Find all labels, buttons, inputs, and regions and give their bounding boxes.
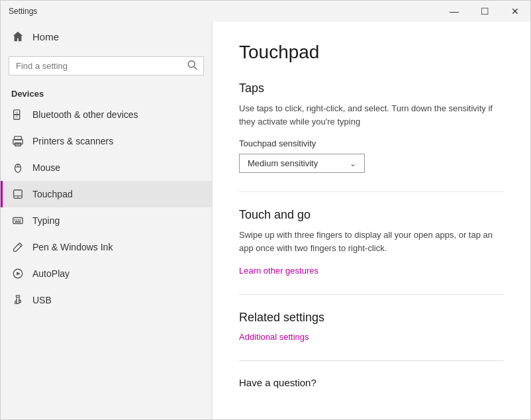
taps-description: Use taps to click, right-click, and sele… xyxy=(239,102,504,128)
autoplay-icon xyxy=(11,267,24,280)
svg-rect-5 xyxy=(15,115,18,118)
sidebar-item-autoplay[interactable]: AutoPlay xyxy=(1,260,212,287)
usb-icon xyxy=(11,293,24,307)
home-icon xyxy=(11,30,24,43)
sidebar-item-mouse[interactable]: Mouse xyxy=(1,154,212,181)
close-button[interactable]: ✕ xyxy=(500,1,530,22)
home-label: Home xyxy=(32,31,59,42)
sidebar-item-touchpad[interactable]: Touchpad xyxy=(1,181,212,207)
sidebar-section-label: Devices xyxy=(1,83,212,101)
mouse-label: Mouse xyxy=(32,162,60,173)
touchpad-label: Touchpad xyxy=(32,189,73,199)
svg-point-0 xyxy=(188,60,195,67)
pen-label: Pen & Windows Ink xyxy=(32,242,113,252)
home-button[interactable]: Home xyxy=(1,22,212,51)
autoplay-label: AutoPlay xyxy=(32,268,70,279)
search-icon xyxy=(187,59,199,73)
window-controls: — ☐ ✕ xyxy=(439,1,530,22)
sensitivity-dropdown[interactable]: Medium sensitivity ⌄ xyxy=(239,154,365,173)
related-settings-title: Related settings xyxy=(239,311,504,325)
touchpad-icon xyxy=(11,187,24,201)
svg-rect-17 xyxy=(16,219,17,221)
section-divider xyxy=(239,191,504,192)
svg-rect-26 xyxy=(15,302,17,304)
search-box xyxy=(9,56,204,76)
minimize-button[interactable]: — xyxy=(439,1,469,22)
sidebar-item-pen[interactable]: Pen & Windows Ink xyxy=(1,234,212,260)
printers-label: Printers & scanners xyxy=(32,136,113,146)
additional-settings-link[interactable]: Additional settings xyxy=(239,332,309,342)
section-divider-2 xyxy=(239,294,504,295)
sensitivity-value: Medium sensitivity xyxy=(248,158,318,168)
mouse-icon xyxy=(11,161,24,174)
svg-rect-19 xyxy=(20,219,21,221)
taps-title: Taps xyxy=(239,81,504,95)
page-title: Touchpad xyxy=(239,42,504,63)
sidebar-item-bluetooth[interactable]: Bluetooth & other devices xyxy=(1,101,212,128)
touch-go-title: Touch and go xyxy=(239,208,504,222)
main-layout: Home Devices xyxy=(1,22,530,419)
main-content: Touchpad Taps Use taps to click, right-c… xyxy=(213,22,530,419)
window-title: Settings xyxy=(9,7,37,16)
svg-marker-23 xyxy=(17,272,20,275)
have-question-title: Have a question? xyxy=(239,377,504,388)
maximize-button[interactable]: ☐ xyxy=(469,1,500,22)
touch-go-description: Swipe up with three fingers to display a… xyxy=(239,229,504,254)
printer-icon xyxy=(11,134,24,148)
bluetooth-icon xyxy=(11,108,24,121)
usb-label: USB xyxy=(32,295,52,305)
sidebar-item-usb[interactable]: USB xyxy=(1,287,212,313)
svg-rect-4 xyxy=(15,112,18,115)
sidebar-item-printers[interactable]: Printers & scanners xyxy=(1,128,212,154)
title-bar: Settings — ☐ ✕ xyxy=(1,1,530,22)
svg-rect-18 xyxy=(18,219,19,221)
svg-rect-27 xyxy=(19,301,21,303)
svg-line-21 xyxy=(19,244,21,247)
section-divider-3 xyxy=(239,360,504,361)
search-input[interactable] xyxy=(9,56,204,76)
bluetooth-label: Bluetooth & other devices xyxy=(32,109,138,120)
svg-line-1 xyxy=(194,66,197,69)
sidebar: Home Devices xyxy=(1,22,213,419)
svg-rect-20 xyxy=(15,221,21,223)
svg-rect-16 xyxy=(15,219,16,221)
chevron-down-icon: ⌄ xyxy=(350,159,356,168)
sidebar-item-typing[interactable]: Typing xyxy=(1,207,212,234)
learn-gestures-link[interactable]: Learn other gestures xyxy=(239,266,318,276)
typing-icon xyxy=(11,214,24,227)
typing-label: Typing xyxy=(32,215,60,226)
pen-icon xyxy=(11,240,24,254)
settings-window: Settings — ☐ ✕ Home xyxy=(0,0,531,420)
sensitivity-label: Touchpad sensitivity xyxy=(239,138,504,148)
